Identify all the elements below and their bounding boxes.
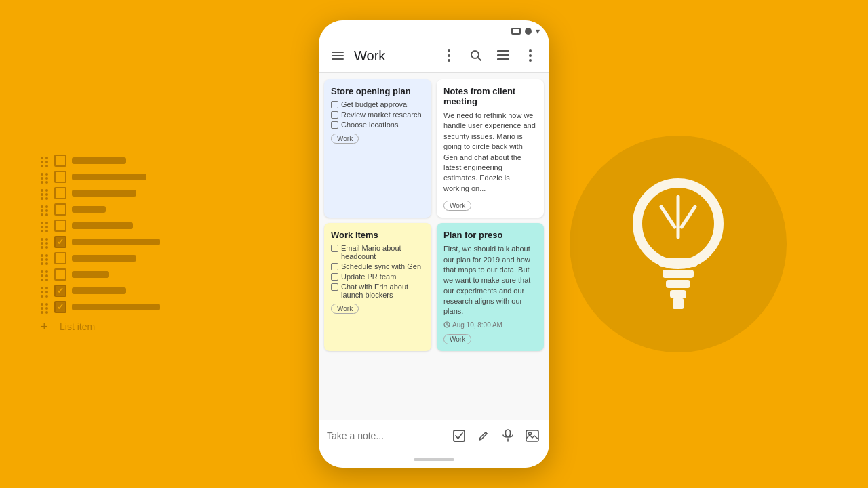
lightbulb-icon [617,169,739,319]
drag-handle [41,254,49,262]
menu-button[interactable] [327,45,349,66]
background-circle [570,136,787,352]
svg-rect-14 [497,50,509,52]
svg-rect-3 [666,280,690,288]
battery-icon [511,28,521,35]
checklist-item: Review market research [331,110,425,119]
svg-rect-2 [663,270,694,278]
bar [72,239,160,245]
bottom-icons [450,427,541,445]
list-row [41,236,160,248]
home-bar [414,458,454,461]
note-checkbox [331,245,338,252]
svg-rect-24 [506,430,511,436]
checklist-button[interactable] [450,427,468,445]
svg-rect-1 [659,258,697,267]
list-row [41,268,160,281]
notes-grid: Store opening plan Get budget approval R… [319,73,549,420]
checklist-item: Update PR team [331,272,425,281]
drag-handle [41,270,49,279]
checklist-item: Get budget approval [331,100,425,108]
more-vert-icon-2 [529,49,532,62]
svg-point-10 [448,54,450,57]
checklist-item: Email Mario about headcount [331,244,425,260]
checklist-item: Schedule sync with Gen [331,262,425,270]
checkbox-checked[interactable] [54,236,66,248]
checkbox[interactable] [54,220,66,232]
pen-icon [477,430,490,442]
note-checkbox [331,111,338,119]
list-row [41,171,160,183]
note-timestamp: Aug 10, 8:00 AM [443,321,537,329]
note-checkbox [331,283,338,291]
pen-button[interactable] [475,427,492,445]
svg-line-13 [478,58,481,61]
checkbox[interactable] [54,203,66,216]
note-checkbox [331,273,338,281]
checklist-item: Choose locations [331,121,425,129]
checklist-item: Chat with Erin about launch blockers [331,283,425,299]
bar [72,206,106,213]
svg-point-9 [448,49,450,52]
checkbox-checked[interactable] [54,285,66,297]
bar [72,304,160,310]
list-row [41,220,160,232]
drag-handle [41,238,49,246]
note-tag: Work [443,334,471,344]
note-client-meeting[interactable]: Notes from client meeting We need to ret… [437,79,544,218]
app-more-button[interactable] [519,45,541,66]
take-note-input[interactable] [327,430,450,441]
checkbox[interactable] [54,187,66,199]
svg-rect-16 [497,58,509,60]
bar [72,271,109,278]
more-options-button[interactable] [438,45,460,66]
note-title: Notes from client meeting [443,86,537,106]
left-list: + List item [41,155,160,333]
clock-icon [443,321,450,328]
drag-handle [41,205,49,214]
bar [72,190,136,197]
note-plan-preso[interactable]: Plan for preso First, we should talk abo… [437,223,544,351]
add-icon: + [41,320,54,333]
checkbox-checked[interactable] [54,301,66,313]
checkbox[interactable] [54,252,66,264]
note-body: First, we should talk about our plan for… [443,244,537,317]
note-checkbox [331,101,338,108]
search-icon [470,49,482,62]
note-body: We need to rethink how we handle user ex… [443,110,537,194]
image-icon [526,430,539,442]
bar [72,255,136,262]
list-row [41,285,160,297]
note-tag: Work [331,304,359,314]
mic-button[interactable] [499,427,517,445]
wifi-icon: ▾ [536,26,540,36]
bar [72,222,133,229]
phone-frame: ▾ Work [319,20,549,468]
app-bar: Work [319,39,549,73]
list-row [41,187,160,199]
drag-handle [41,303,49,311]
bar [72,174,146,180]
svg-line-7 [661,207,675,227]
checkbox[interactable] [54,155,66,167]
add-item-row[interactable]: + List item [41,320,160,333]
svg-point-11 [448,59,450,62]
app-title: Work [354,48,433,64]
note-title: Work Items [331,230,425,240]
drag-handle [41,222,49,230]
image-button[interactable] [524,427,541,445]
list-row [41,301,160,313]
signal-icon [525,28,532,35]
note-checkbox [331,263,338,270]
hamburger-icon [332,52,344,60]
checkbox[interactable] [54,171,66,183]
note-work-items[interactable]: Work Items Email Mario about headcount S… [324,223,431,351]
layout-button[interactable] [492,45,514,66]
search-button[interactable] [465,45,487,66]
svg-rect-26 [526,430,538,441]
note-store-opening[interactable]: Store opening plan Get budget approval R… [324,79,431,218]
svg-line-8 [682,207,695,227]
svg-point-27 [529,432,532,435]
bar [72,157,126,164]
checkbox[interactable] [54,268,66,281]
